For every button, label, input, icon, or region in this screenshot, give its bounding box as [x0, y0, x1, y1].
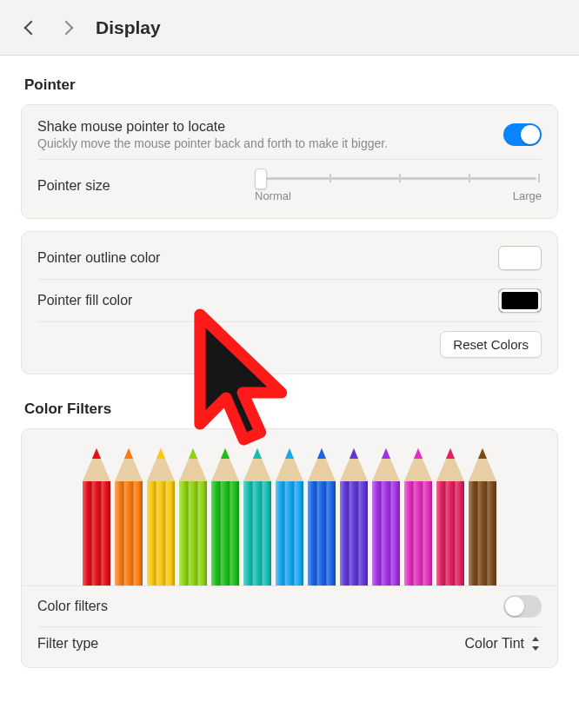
pointer-color-panel: Pointer outline color Pointer fill color… — [21, 231, 558, 374]
color-filters-panel: Color filters Filter type Color Tint — [21, 428, 558, 668]
page-title: Display — [96, 17, 161, 38]
filter-type-label: Filter type — [37, 636, 98, 652]
section-title-color-filters: Color Filters — [24, 400, 558, 418]
pencil-icon — [370, 448, 403, 586]
chevron-right-icon — [59, 20, 74, 35]
pencil-icon — [113, 448, 145, 586]
row-filter-type: Filter type Color Tint — [37, 626, 542, 653]
row-fill-color: Pointer fill color — [37, 279, 542, 321]
chevron-left-icon — [24, 20, 39, 35]
shake-sublabel: Quickly move the mouse pointer back and … — [37, 136, 388, 150]
row-outline-color: Pointer outline color — [37, 244, 542, 279]
pencil-icon — [242, 448, 274, 586]
pencil-icon — [210, 448, 242, 586]
pencil-icon — [435, 448, 467, 586]
filter-type-dropdown[interactable]: Color Tint — [465, 636, 542, 652]
pencil-icon — [338, 448, 370, 586]
pencil-icon — [306, 448, 338, 586]
color-filters-label: Color filters — [37, 599, 108, 614]
slider-min-label: Normal — [255, 189, 291, 202]
outline-color-label: Pointer outline color — [37, 250, 160, 266]
pencil-icon — [145, 448, 177, 586]
color-filters-preview — [22, 429, 557, 586]
pencil-icon — [467, 448, 499, 586]
updown-arrows-icon — [529, 636, 542, 652]
pointer-panel: Shake mouse pointer to locate Quickly mo… — [21, 104, 558, 219]
filter-type-value: Color Tint — [465, 636, 524, 652]
section-title-pointer: Pointer — [24, 76, 558, 94]
pencil-icon — [403, 448, 435, 586]
fill-color-label: Pointer fill color — [37, 293, 132, 308]
row-color-filters-toggle: Color filters — [37, 586, 542, 626]
fill-color-well[interactable] — [498, 288, 542, 313]
back-button[interactable] — [17, 14, 45, 42]
slider-thumb[interactable] — [255, 169, 267, 189]
header-bar: Display — [0, 0, 579, 56]
pointer-size-slider[interactable] — [255, 169, 542, 188]
pencil-icon — [177, 448, 210, 586]
pencil-icon — [274, 448, 306, 586]
reset-colors-button[interactable]: Reset Colors — [440, 331, 542, 358]
row-pointer-size: Pointer size Normal Large — [37, 159, 542, 204]
shake-label: Shake mouse pointer to locate — [37, 119, 388, 135]
toggle-knob — [521, 125, 540, 144]
toggle-knob — [505, 597, 524, 616]
forward-button[interactable] — [52, 14, 80, 42]
row-shake-to-locate: Shake mouse pointer to locate Quickly mo… — [37, 117, 542, 159]
outline-color-well[interactable] — [498, 246, 542, 270]
color-filters-toggle[interactable] — [503, 595, 542, 618]
pointer-size-label: Pointer size — [37, 178, 110, 194]
slider-max-label: Large — [513, 189, 542, 202]
pencil-icon — [81, 448, 113, 586]
shake-toggle[interactable] — [503, 123, 542, 146]
